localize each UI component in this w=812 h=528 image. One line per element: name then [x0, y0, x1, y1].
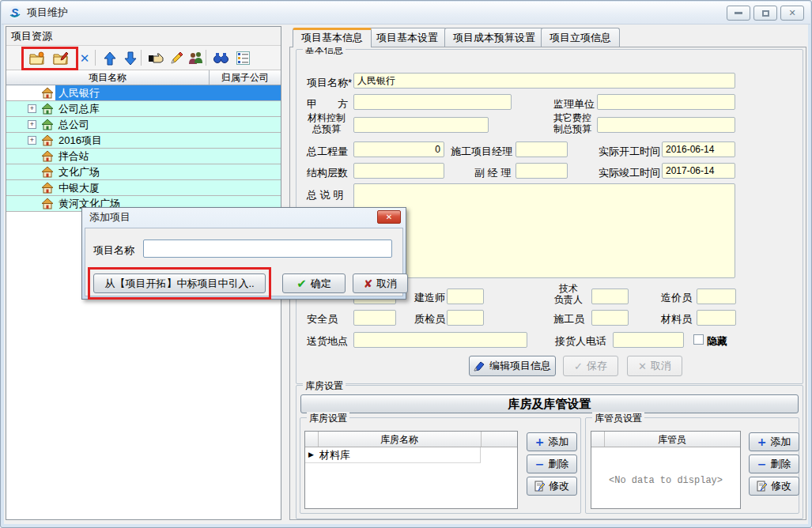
warehouse-manager-column[interactable]: 库管员 — [604, 433, 740, 447]
app-logo-icon: S — [8, 6, 22, 20]
close-button[interactable]: ✕ — [780, 6, 804, 21]
actual-start-label: 实际开工时间 — [599, 145, 660, 159]
tree-item-label[interactable]: 总公司 — [55, 117, 281, 132]
check-icon: ✔ — [296, 277, 307, 291]
list-view-icon[interactable] — [232, 48, 253, 68]
annotation-highlight-import — [88, 267, 271, 300]
dialog-title[interactable]: 添加项目 — [82, 208, 406, 228]
green-house-icon — [41, 119, 54, 130]
party-a-field[interactable] — [353, 94, 512, 110]
dialog-close-button[interactable]: ✕ — [377, 210, 401, 224]
tree-row[interactable]: 文化广场 — [6, 164, 281, 180]
search-binoculars-icon[interactable] — [210, 48, 231, 68]
tree-item-label[interactable]: 2016项目 — [55, 133, 281, 148]
receiver-phone-field[interactable] — [613, 332, 684, 348]
dialog-name-input[interactable] — [143, 239, 392, 258]
screenshot-root: { "window": { "title": "项目维护" }, "left_p… — [0, 0, 812, 528]
party-a-label: 甲 方 — [307, 97, 348, 111]
dialog-cancel-button[interactable]: ✘ 取消 — [353, 273, 408, 293]
builder-field[interactable] — [447, 289, 484, 304]
house-icon — [41, 182, 54, 194]
tech-leader-field[interactable] — [591, 289, 629, 304]
warehouse-remove-button[interactable]: − 删除 — [527, 454, 577, 473]
users-icon[interactable] — [185, 48, 206, 68]
warehouse-row[interactable]: ▶ 材料库 — [305, 447, 481, 463]
actual-finish-label: 实际竣工时间 — [599, 166, 660, 180]
material-clerk-field[interactable] — [697, 310, 736, 326]
tree-row[interactable]: + 2016项目 — [6, 133, 281, 149]
hide-checkbox[interactable] — [693, 334, 704, 345]
tree-row[interactable]: 人民银行 — [6, 85, 281, 101]
other-budget-field[interactable] — [597, 117, 735, 133]
tab-project-cost-budget-settings[interactable]: 项目成本预算设置 — [444, 28, 544, 47]
house-icon — [41, 198, 54, 209]
manager-remove-button[interactable]: − 删除 — [749, 454, 799, 473]
no-data-text: <No data to display> — [591, 475, 740, 486]
warehouse-grid[interactable]: 库房名称 ▶ 材料库 — [304, 431, 518, 509]
tab-project-approval-info[interactable]: 项目立项信息 — [541, 28, 620, 47]
warehouse-add-button[interactable]: + 添加 — [527, 432, 577, 451]
summary-textarea[interactable] — [353, 183, 735, 278]
tree-item-label[interactable]: 人民银行 — [55, 85, 281, 100]
move-down-icon[interactable] — [120, 48, 141, 68]
save-button: ✓ 保存 — [563, 356, 618, 376]
warehouse-banner: 库房及库管设置 — [300, 394, 799, 413]
minimize-button[interactable] — [727, 6, 750, 21]
tree-item-label[interactable]: 拌合站 — [55, 149, 281, 164]
assign-hand-icon[interactable] — [145, 48, 166, 68]
cost-engineer-label: 造价员 — [661, 291, 692, 305]
actual-start-field[interactable] — [662, 141, 735, 157]
receiver-phone-label: 接货人电话 — [555, 334, 606, 349]
cancel-button: ✕ 取消 — [627, 356, 682, 376]
tree-row[interactable]: + 总公司 — [6, 117, 281, 133]
project-tree: 人民银行 + 公司总库 + 总公司 + 2016项目 拌合站 文化广场 中银大厦 — [6, 85, 281, 519]
expand-icon[interactable]: + — [28, 120, 36, 129]
structure-floors-field[interactable] — [353, 163, 444, 179]
material-budget-field[interactable] — [353, 117, 489, 133]
tab-project-basic-info[interactable]: 项目基本信息 — [293, 28, 372, 47]
warehouse-group-title: 库房设置 — [303, 379, 346, 393]
tree-item-label[interactable]: 文化广场 — [55, 164, 281, 179]
window-titlebar[interactable]: S 项目维护 ✕ — [2, 2, 810, 25]
deputy-manager-field[interactable] — [516, 163, 568, 179]
warehouse-name-column[interactable]: 库房名称 — [318, 433, 481, 447]
delivery-address-field[interactable] — [353, 332, 527, 348]
dialog-ok-button[interactable]: ✔ 确定 — [282, 273, 346, 293]
row-marker-icon: ▶ — [308, 451, 314, 458]
house-icon — [41, 150, 54, 162]
pencil-icon[interactable] — [166, 48, 187, 68]
tree-row[interactable]: + 公司总库 — [6, 101, 281, 117]
column-parent-company[interactable]: 归属子公司 — [210, 70, 281, 85]
quality-inspector-field[interactable] — [447, 310, 484, 326]
project-name-field[interactable] — [353, 73, 735, 89]
column-project-name[interactable]: 项目名称 — [6, 70, 210, 85]
manager-add-button[interactable]: + 添加 — [749, 432, 799, 451]
warehouse-edit-button[interactable]: 修改 — [527, 477, 577, 496]
safety-officer-field[interactable] — [353, 310, 396, 326]
tree-item-label[interactable]: 公司总库 — [55, 101, 281, 116]
tree-column-header[interactable]: 项目名称 归属子公司 — [6, 70, 281, 85]
manager-edit-button[interactable]: 修改 — [749, 477, 799, 496]
check-icon: ✓ — [574, 360, 583, 372]
panel-title: 项目资源 — [6, 27, 281, 46]
construction-manager-field[interactable] — [516, 141, 568, 157]
total-quantity-field[interactable] — [353, 141, 444, 157]
edit-project-info-button[interactable]: 编辑项目信息 — [469, 356, 556, 376]
tree-row[interactable]: 中银大厦 — [6, 180, 281, 196]
warehouse-manager-grid[interactable]: 库管员 <No data to display> — [591, 431, 741, 509]
tree-row[interactable]: 拌合站 — [6, 149, 281, 164]
tab-project-basic-settings[interactable]: 项目基本设置 — [368, 28, 447, 47]
move-up-icon[interactable] — [100, 48, 120, 68]
expand-icon[interactable]: + — [28, 104, 36, 113]
construction-worker-label: 施工员 — [553, 312, 584, 326]
tree-item-label[interactable]: 中银大厦 — [55, 180, 281, 195]
actual-finish-field[interactable] — [662, 163, 735, 179]
supervision-unit-field[interactable] — [597, 94, 735, 110]
cost-engineer-field[interactable] — [697, 289, 736, 304]
restore-button[interactable] — [753, 6, 777, 21]
expand-icon[interactable]: + — [28, 136, 36, 145]
plus-icon: + — [535, 436, 545, 448]
edit-doc-icon — [757, 481, 767, 492]
construction-worker-field[interactable] — [591, 310, 629, 326]
pen-icon — [474, 361, 485, 371]
